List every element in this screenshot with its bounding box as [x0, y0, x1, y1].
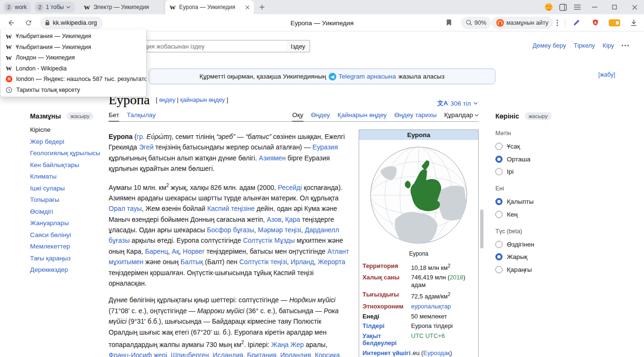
suggestion-item[interactable]: W Ұлыбритания — Уикипедия [0, 42, 146, 53]
radio-icon[interactable] [495, 198, 503, 205]
tab-read[interactable]: Оқу [292, 111, 303, 121]
tab-history[interactable]: Өңдеу тарихы [394, 111, 437, 121]
europe-globe-image [359, 140, 478, 250]
infobox-label[interactable]: Тілдері [362, 322, 411, 330]
title-edit-links[interactable]: [ өңдеу | қайнарын өңдеу ] [156, 97, 228, 103]
battery-extension-button[interactable] [609, 19, 620, 26]
sidebar-panel-icon[interactable] [559, 4, 567, 11]
suggestion-text: london — Яндекс: нашлось 587 тыс. резуль… [16, 76, 146, 82]
suggestion-item[interactable]: W London - Wikipedia [0, 63, 146, 74]
window-close-button[interactable] [628, 0, 641, 14]
infobox-row: Уақыт белдеулері UTC UTC+6 [359, 331, 478, 348]
reload-button[interactable] [22, 16, 35, 30]
radio-color-light[interactable]: Жарық [495, 253, 562, 260]
magnifier-icon [466, 20, 472, 26]
radio-width-wide[interactable]: Кең [495, 211, 562, 218]
toc-item[interactable]: Ішкі сулары [30, 185, 105, 192]
radio-icon[interactable] [495, 211, 503, 218]
user-menu-ellipsis-icon[interactable] [622, 45, 629, 46]
article-body: Еуропа (гр. Εὐρώπη, семит тілінің “эреб”… [109, 131, 351, 357]
edit-extension-button[interactable] [570, 16, 583, 30]
radio-text-small[interactable]: Ұсақ [495, 143, 562, 150]
read-aloud-button[interactable]: мазмұнын айту [492, 17, 553, 29]
menu-icon[interactable] [574, 4, 581, 10]
toc-item[interactable]: Климаты [30, 173, 105, 180]
radio-color-dark[interactable]: Қараңғы [495, 266, 562, 273]
suggestion-item[interactable]: W Ұлыбритания — Уикипедия [0, 31, 146, 42]
tab-group-label: 1 тобы [46, 4, 64, 10]
register-link[interactable]: Тіркелу [574, 42, 595, 49]
tab-edit-source[interactable]: Қайнарын өңдеу [338, 111, 387, 121]
bookmark-button[interactable] [442, 16, 455, 30]
toc-item[interactable]: Кен байлықтары [30, 161, 105, 169]
wiki-search-button[interactable]: Іздеу [286, 40, 310, 52]
back-button[interactable] [5, 16, 18, 30]
toc-item[interactable]: Мемлекеттер [30, 243, 105, 250]
new-tab-button[interactable] [256, 1, 268, 13]
appearance-hide-button[interactable]: жасыру [525, 112, 552, 120]
tab-title: Еуропа — Уикипедия [179, 4, 242, 10]
toc-item[interactable]: Топырағы [30, 196, 105, 203]
suggestion-item[interactable]: W Лондон — Уикипедия [0, 52, 146, 63]
zoom-control[interactable]: 90% [461, 17, 491, 29]
browser-toolbar: Еуропа — Уикипедия kk.wikipedia.org 90% … [0, 14, 644, 31]
browser-window: 2 work 2 1 тобы W Электр — Уикипедия W Е… [0, 0, 644, 357]
radio-width-standard[interactable]: Қалыпты [495, 198, 562, 205]
suggestion-show-history[interactable]: Тарихты толық көрсету [0, 85, 146, 96]
radio-text-large[interactable]: Ірі [495, 168, 562, 175]
downloads-button[interactable] [627, 16, 640, 30]
infobox-row: Территория 10,18 млн км2 [359, 261, 478, 273]
infobox-value: 746,419 млн (2018) адам [411, 274, 475, 288]
toc-item[interactable]: Дереккөздер [30, 266, 105, 273]
address-bar[interactable]: kk.wikipedia.org [40, 17, 103, 29]
toc-item[interactable]: Кіріспе [30, 126, 105, 133]
tab-group-count-badge: 2 [5, 4, 12, 11]
infobox-label: Этнохороним [362, 303, 411, 310]
adblock-extension-button[interactable] [589, 16, 602, 30]
radio-color-auto[interactable]: Өздігінен [495, 241, 562, 248]
tab-edit[interactable]: Өңдеу [311, 111, 330, 121]
toc-item[interactable]: Тағы қараңыз [30, 255, 105, 262]
tab-tools[interactable]: Құралдар [444, 111, 479, 121]
donate-link[interactable]: Демеу беру [533, 42, 566, 49]
language-selector[interactable]: 文A 306 тіл [437, 99, 478, 108]
radio-icon[interactable] [495, 143, 503, 150]
toc-item[interactable]: Геологиялық құрылысы [30, 149, 105, 157]
radio-icon[interactable] [495, 156, 503, 163]
suggestion-text: Тарихты толық көрсету [16, 87, 80, 93]
toc-item[interactable]: Жануарлары [30, 219, 105, 227]
radio-text-medium[interactable]: Орташа [495, 156, 562, 163]
toc-item[interactable]: Жер бедері [30, 138, 105, 145]
banner-close-link[interactable]: [жабу] [598, 71, 615, 78]
table-of-contents: Мазмұны жасыру Кіріспе Жер бедері Геолог… [30, 112, 105, 278]
banner-text-before: Құрметті оқырман, қазақша Уикипедияның [200, 73, 326, 80]
address-more-button[interactable] [551, 16, 564, 30]
tab-article[interactable]: Бет [109, 111, 119, 121]
tab-electr[interactable]: W Электр — Уикипедия [80, 0, 164, 14]
infobox-value: Еуропа тілдері [411, 322, 475, 330]
scrollbar-thumb[interactable] [480, 209, 483, 248]
toc-item[interactable]: Өсімдігі [30, 208, 105, 215]
appearance-section-width: Ені [495, 185, 562, 192]
tab-group-1-toby[interactable]: 2 1 тобы [34, 2, 75, 12]
telegram-channel-link[interactable]: Telegram арнасына [339, 73, 396, 80]
tab-close-icon[interactable] [245, 5, 250, 10]
assistant-avatar-icon[interactable] [545, 3, 553, 11]
radio-icon[interactable] [495, 253, 503, 260]
suggestion-item-yandex[interactable]: Я london — Яндекс: нашлось 587 тыс. резу… [0, 74, 146, 85]
radio-icon[interactable] [495, 241, 503, 248]
tab-group-work[interactable]: 2 work [3, 2, 31, 12]
tab-talk[interactable]: Талқылау [127, 111, 156, 121]
window-maximize-button[interactable] [608, 0, 621, 14]
login-link[interactable]: Кіру [603, 42, 614, 49]
url-domain: kk.wikipedia.org [53, 19, 97, 26]
infobox-label[interactable]: Интернет үйшігі [362, 349, 411, 357]
bookmark-flag-icon [446, 19, 452, 26]
toc-item[interactable]: Саяси бөлінуі [30, 231, 105, 238]
toc-hide-button[interactable]: жасыру [67, 112, 93, 120]
window-minimize-button[interactable] [588, 0, 601, 14]
infobox-label[interactable]: Уақыт белдеулері [362, 332, 411, 347]
radio-icon[interactable] [495, 168, 503, 175]
tab-europa-active[interactable]: W Еуропа — Уикипедия [165, 0, 254, 14]
radio-icon[interactable] [495, 266, 503, 273]
